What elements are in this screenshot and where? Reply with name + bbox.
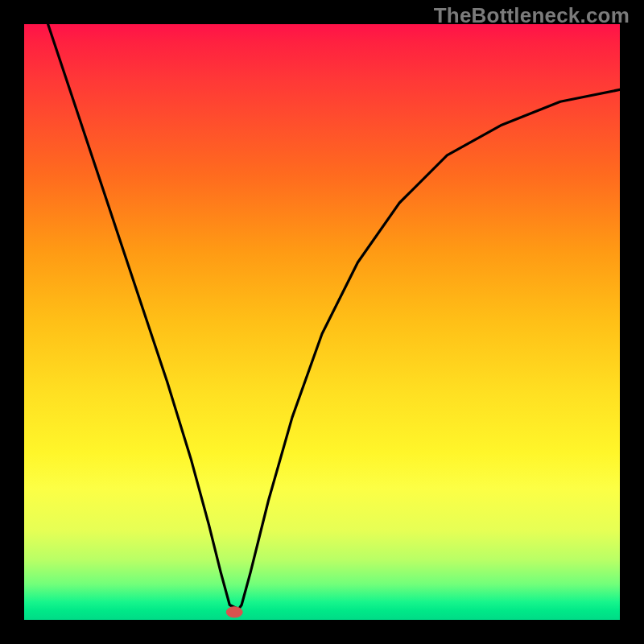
min-marker-dot [226, 607, 242, 617]
plot-svg [24, 24, 620, 620]
bottleneck-curve [48, 24, 620, 609]
plot-area [24, 24, 620, 620]
chart-frame: TheBottleneck.com [0, 0, 644, 644]
